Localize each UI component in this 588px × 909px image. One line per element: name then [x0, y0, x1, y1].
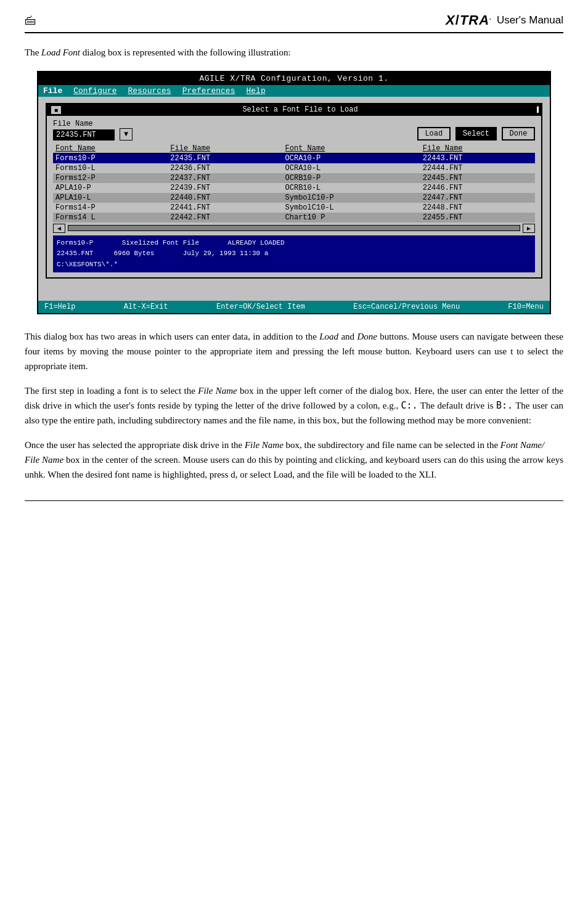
scroll-left-btn[interactable]: ◄	[53, 224, 65, 233]
col-file-name-1: File Name	[168, 144, 282, 153]
status-file: 22435.FNT	[57, 250, 93, 257]
logo-dot: .	[489, 14, 492, 21]
col-font-name-1: Font Name	[53, 144, 168, 153]
table-row[interactable]: Forms10-L22436.FNTOCRA10-L22444.FNT	[53, 163, 535, 173]
status-area: Forms10-P Sixelized Font File ALREADY LO…	[53, 235, 535, 273]
filename-col: File Name 22435.FNT	[53, 120, 115, 141]
table-row[interactable]: Forms14-P22441.FNTSymbolC10-L22448.FNT	[53, 203, 535, 213]
p1-text1: This dialog box has two areas in which u…	[25, 332, 319, 341]
status-loaded: ALREADY LOADED	[227, 239, 284, 247]
page-header: 🖮 X/TRA. User's Manual	[25, 12, 563, 33]
status-size: 6960 Bytes	[113, 250, 154, 257]
table-row[interactable]: Forms14 L22442.FNTChart10 P22455.FNT	[53, 213, 535, 222]
font-table: Font Name File Name Font Name File Name …	[53, 144, 535, 222]
scroll-right-icon[interactable]: ▐	[535, 107, 539, 113]
scroll-area: ◄ ►	[53, 224, 535, 233]
inner-dialog: ■ Select a Font File to Load ▐ File Name…	[46, 103, 542, 279]
status-line2: 22435.FNT 6960 Bytes July 29, 1993 11:30…	[57, 248, 531, 259]
done-button[interactable]: Done	[502, 127, 535, 141]
page-footer	[25, 500, 563, 503]
menu-configure[interactable]: Configure	[73, 86, 116, 96]
p3-text1: Once the user has selected the appropria…	[25, 440, 245, 450]
col-font-name-2: Font Name	[283, 144, 420, 153]
logo-tra: TRA	[460, 12, 489, 28]
status-line3: C:\XESFONTS\*.*	[57, 259, 531, 271]
header-logo: X/TRA.	[446, 12, 492, 28]
header-manual-text: User's Manual	[497, 14, 563, 26]
p3-text2: box, the subdirectory and file name can …	[284, 440, 500, 450]
status-font: Forms10-P	[57, 239, 93, 247]
key-alt-x: Alt-X=Exit	[124, 303, 168, 311]
key-enter: Enter=OK/Select Item	[216, 303, 305, 311]
filename-label: File Name	[53, 120, 115, 128]
dialog-spacer	[38, 285, 550, 296]
window-icon[interactable]: ■	[51, 105, 62, 115]
scroll-track[interactable]	[68, 225, 520, 231]
scroll-right-btn[interactable]: ►	[523, 224, 535, 233]
status-type: Sixelized Font File	[122, 239, 199, 247]
dialog-title-text: AGILE X/TRA Configuration, Version 1.	[199, 74, 388, 83]
body-paragraph-3: Once the user has selected the appropria…	[25, 438, 563, 482]
logo-x: X	[446, 12, 455, 28]
p3-text3: box in the center of the screen. Mouse u…	[25, 455, 563, 479]
key-f1: F1=Help	[44, 303, 75, 311]
load-button[interactable]: Load	[417, 127, 451, 141]
status-path: C:\XESFONTS\*.*	[57, 261, 118, 268]
key-esc: Esc=Cancel/Previous Menu	[353, 303, 460, 311]
intro-after: dialog box is represented with the follo…	[80, 47, 291, 57]
select-button[interactable]: Select	[455, 127, 497, 141]
intro-italic: Load Font	[41, 47, 80, 57]
header-icon: 🖮	[25, 14, 37, 28]
table-row[interactable]: APLA10-P22439.FNTOCRB10-L22446.FNT	[53, 183, 535, 193]
menu-file[interactable]: File	[43, 86, 62, 96]
p3-italic2: Font Name/	[500, 440, 544, 450]
dropdown-button[interactable]: ▼	[120, 128, 133, 141]
status-date: July 29, 1993 11:30 a	[183, 250, 269, 257]
menu-help[interactable]: Help	[246, 86, 265, 96]
p2-code2: B:.	[496, 400, 513, 411]
header-right: X/TRA. User's Manual	[446, 12, 563, 28]
logo-slash: /	[455, 12, 460, 28]
inner-dialog-body: File Name 22435.FNT ▼ Load Select Done F…	[47, 116, 541, 278]
body-paragraph-1: This dialog box has two areas in which u…	[25, 329, 563, 373]
p3-italic3: File Name	[25, 455, 63, 465]
p2-italic1: File Name	[198, 386, 237, 396]
body-paragraph-2: The first step in loading a font is to s…	[25, 383, 563, 428]
filename-input[interactable]: 22435.FNT	[53, 129, 115, 141]
key-bar: F1=Help Alt-X=Exit Enter=OK/Select Item …	[38, 301, 550, 313]
table-row[interactable]: Forms10-P22435.FNTOCRA10-P22443.FNT	[53, 153, 535, 163]
dialog-title-bar: AGILE X/TRA Configuration, Version 1.	[38, 72, 550, 85]
p2-code1: C:.	[401, 400, 418, 411]
inner-dialog-title-bar: ■ Select a Font File to Load ▐	[47, 104, 541, 116]
table-row[interactable]: APLA10-L22440.FNTSymbolC10-P22447.FNT	[53, 193, 535, 203]
p3-italic1: File Name	[245, 440, 284, 450]
dialog-screenshot: AGILE X/TRA Configuration, Version 1. Fi…	[37, 71, 551, 315]
dialog-menu-bar: File Configure Resources Preferences Hel…	[38, 85, 550, 97]
p2-text3: The default drive is	[418, 401, 496, 410]
menu-resources[interactable]: Resources	[128, 86, 171, 96]
menu-preferences[interactable]: Preferences	[182, 86, 235, 96]
table-row[interactable]: Forms12-P22437.FNTOCRB10-P22445.FNT	[53, 173, 535, 183]
intro-before: The	[25, 47, 41, 57]
inner-dialog-title-text: Select a Font File to Load	[65, 105, 535, 114]
filename-row: File Name 22435.FNT ▼ Load Select Done	[53, 120, 535, 141]
intro-paragraph: The Load Font dialog box is represented …	[25, 46, 563, 60]
status-line1: Forms10-P Sixelized Font File ALREADY LO…	[57, 238, 531, 249]
key-f10: F10=Menu	[508, 303, 544, 311]
p1-text2: and	[338, 332, 357, 341]
p1-italic2: Done	[357, 332, 377, 341]
p1-italic1: Load	[319, 332, 338, 341]
p2-text1: The first step in loading a font is to s…	[25, 386, 198, 396]
col-file-name-2: File Name	[420, 144, 535, 153]
